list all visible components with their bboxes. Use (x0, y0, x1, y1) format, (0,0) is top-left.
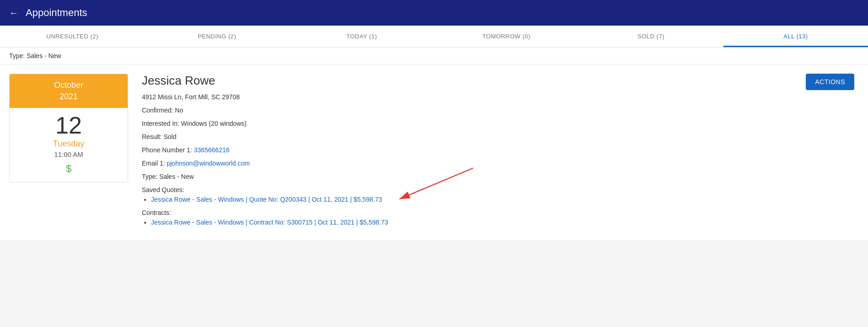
tab-sold[interactable]: SOLD (7) (579, 26, 723, 47)
calendar-widget: October 2021 12 Tuesday 11:00 AM $ (9, 74, 128, 182)
customer-name: Jessica Rowe (142, 74, 854, 88)
customer-email-row: Email 1: pjohnson@windowworld.com (142, 159, 854, 168)
contract-link-1[interactable]: Jessica Rowe - Sales - Windows | Contrac… (151, 219, 388, 226)
calendar-dollar-icon: $ (17, 163, 120, 175)
calendar-body: 12 Tuesday 11:00 AM $ (10, 108, 128, 182)
back-button[interactable]: ← (9, 8, 18, 18)
page-title: Appointments (26, 7, 87, 19)
tab-pending[interactable]: PENDING (2) (145, 26, 289, 47)
customer-phone-row: Phone Number 1: 3365666216 (142, 145, 854, 155)
list-item: Jessica Rowe - Sales - Windows | Quote N… (151, 195, 854, 204)
contracts-label: Contracts: (142, 208, 854, 218)
appointment-card: October 2021 12 Tuesday 11:00 AM $ Jessi… (0, 64, 868, 240)
email-link[interactable]: pjohnson@windowworld.com (167, 160, 250, 167)
content-area: Type: Sales - New October 2021 12 Tuesda… (0, 48, 868, 240)
app-header: ← Appointments (0, 0, 868, 26)
calendar-month: October (54, 80, 83, 90)
phone-link[interactable]: 3365666216 (194, 146, 230, 154)
email-label: Email 1: (142, 160, 165, 167)
actions-button[interactable]: ACTIONS (806, 74, 854, 90)
type-row: Type: Sales - New (0, 48, 868, 64)
list-item: Jessica Rowe - Sales - Windows | Contrac… (151, 218, 854, 227)
tab-bar: UNRESULTED (2) PENDING (2) TODAY (1) TOM… (0, 26, 868, 48)
phone-label: Phone Number 1: (142, 146, 192, 154)
customer-details: Jessica Rowe 4912 Missi Ln, Fort Mill, S… (137, 74, 859, 231)
calendar-year: 2021 (59, 92, 78, 101)
type-label: Type: Sales - New (9, 52, 61, 59)
quote-link-1[interactable]: Jessica Rowe - Sales - Windows | Quote N… (151, 196, 382, 203)
calendar-day-number: 12 (17, 113, 120, 139)
tab-unresulted[interactable]: UNRESULTED (2) (0, 26, 145, 47)
calendar-time: 11:00 AM (17, 150, 120, 158)
calendar-day-name: Tuesday (17, 139, 120, 149)
customer-confirmed: Confirmed: No (142, 106, 854, 115)
calendar-month-header: October 2021 (10, 74, 128, 108)
customer-interested-in: Interested In: Windows (20 windows) (142, 119, 854, 129)
contracts-list: Jessica Rowe - Sales - Windows | Contrac… (142, 218, 854, 227)
tab-tomorrow[interactable]: TOMORROW (0) (434, 26, 579, 47)
tab-all[interactable]: ALL (13) (723, 26, 868, 47)
tab-today[interactable]: TODAY (1) (289, 26, 434, 47)
contracts-section: Contracts: Jessica Rowe - Sales - Window… (142, 208, 854, 227)
customer-address: 4912 Missi Ln, Fort Mill, SC 29708 (142, 92, 854, 102)
saved-quotes-section: Saved Quotes: Jessica Rowe - Sales - Win… (142, 185, 854, 204)
customer-result: Result: Sold (142, 132, 854, 142)
customer-type: Type: Sales - New (142, 172, 854, 182)
saved-quotes-label: Saved Quotes: (142, 185, 854, 195)
saved-quotes-list: Jessica Rowe - Sales - Windows | Quote N… (142, 195, 854, 204)
